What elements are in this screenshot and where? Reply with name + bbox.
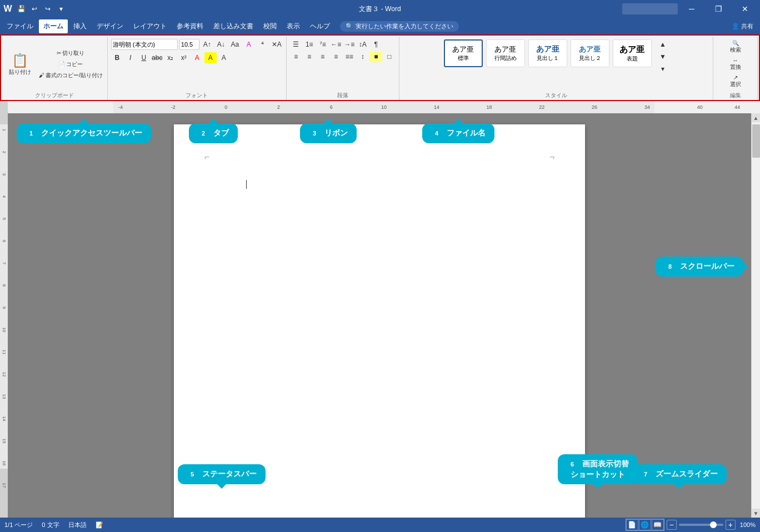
copy-button[interactable]: 📄 コピー xyxy=(37,59,105,69)
style-heading2[interactable]: あア亜 見出し２ xyxy=(571,39,609,67)
zoom-in-button[interactable]: + xyxy=(726,520,736,530)
format-paint-button[interactable]: 🖌 書式のコピー/貼り付け xyxy=(37,71,105,81)
style-title[interactable]: あア亜 表題 xyxy=(613,39,652,67)
qat-redo-button[interactable]: ↪ xyxy=(42,3,53,14)
scroll-down-button[interactable]: ▼ xyxy=(752,509,761,518)
strikethrough-button[interactable]: abc xyxy=(151,52,163,63)
bold-button[interactable]: B xyxy=(111,52,123,63)
cut-button[interactable]: ✂ 切り取り xyxy=(37,48,105,58)
menu-help[interactable]: ヘルプ xyxy=(306,19,334,33)
document-body[interactable] xyxy=(218,169,541,518)
clear-format-button[interactable]: ✕A xyxy=(271,39,283,50)
font-case-button[interactable]: Aa xyxy=(229,39,241,50)
share-button[interactable]: 👤 共有 xyxy=(727,20,758,33)
column-button[interactable]: ≡≡ xyxy=(343,51,356,62)
print-layout-button[interactable]: 📄 xyxy=(626,519,638,530)
svg-text:12: 12 xyxy=(2,372,7,377)
style-standard[interactable]: あア亜 標準 xyxy=(444,39,483,67)
style-title-label: 表題 xyxy=(627,55,638,63)
paste-button[interactable]: 📋 貼り付け xyxy=(4,51,36,78)
replace-icon: ↔ xyxy=(733,57,738,63)
font-color-button2[interactable]: A xyxy=(218,52,230,63)
menu-view[interactable]: 表示 xyxy=(282,19,304,33)
title-bar-controls: ─ ❐ ✕ xyxy=(622,0,760,18)
bullet-list-button[interactable]: ☰ xyxy=(290,39,302,50)
menu-design[interactable]: デザイン xyxy=(92,19,128,33)
highlight-button[interactable]: A xyxy=(204,52,217,63)
show-formatting-button[interactable]: ¶ xyxy=(370,39,382,50)
svg-text:15: 15 xyxy=(2,439,7,444)
scroll-up-button[interactable]: ▲ xyxy=(752,113,761,122)
search-button[interactable]: 🔍 検索 xyxy=(728,39,743,55)
horizontal-ruler[interactable]: -4 -2 0 2 6 10 14 18 22 26 34 40 44 xyxy=(8,101,760,113)
document-scroll-area[interactable]: ⌐ ¬ xyxy=(8,113,751,518)
align-left-button[interactable]: ≡ xyxy=(290,51,302,62)
border-button[interactable]: □ xyxy=(383,51,396,62)
menu-insert[interactable]: 挿入 xyxy=(69,19,91,33)
close-button[interactable]: ✕ xyxy=(732,0,758,18)
menu-mailings[interactable]: 差し込み文書 xyxy=(209,19,258,33)
style-compact-preview: あア亜 xyxy=(494,44,516,54)
editing-group: 🔍 検索 ↔ 置換 ↗ 選択 編集 xyxy=(713,37,758,101)
zoom-thumb[interactable] xyxy=(710,521,717,528)
line-spacing-button[interactable]: ↕ xyxy=(357,51,369,62)
web-layout-button[interactable]: 🌐 xyxy=(639,519,651,530)
qat-save-button[interactable]: 💾 xyxy=(16,3,27,14)
zoom-track[interactable] xyxy=(679,524,723,526)
qat-undo-button[interactable]: ↩ xyxy=(29,3,40,14)
style-heading2-preview: あア亜 xyxy=(579,44,601,54)
restore-button[interactable]: ❐ xyxy=(706,0,731,18)
svg-text:18: 18 xyxy=(487,104,492,110)
svg-text:1: 1 xyxy=(2,129,7,132)
font-controls: A↑ A↓ Aa A ⁴ ✕A xyxy=(111,39,283,50)
select-button[interactable]: ↗ 選択 xyxy=(728,73,743,89)
svg-text:7: 7 xyxy=(2,262,7,265)
qat-dropdown-button[interactable]: ▾ xyxy=(56,3,67,14)
clipboard-group-content: 📋 貼り付け ✂ 切り取り 📄 コピー xyxy=(4,38,105,91)
v-ruler-placeholder xyxy=(0,101,8,113)
shading-button[interactable]: ■ xyxy=(370,51,382,62)
style-expand-button[interactable]: ▾ xyxy=(657,63,669,74)
align-center-button[interactable]: ≡ xyxy=(303,51,316,62)
menu-home[interactable]: ホーム xyxy=(39,19,68,33)
style-scroll-down-button[interactable]: ▼ xyxy=(657,51,669,62)
menu-file[interactable]: ファイル xyxy=(2,19,38,33)
underline-button[interactable]: U xyxy=(138,52,150,63)
vertical-ruler[interactable]: 1 2 3 4 5 6 7 8 9 10 11 12 13 14 15 16 1 xyxy=(0,113,8,518)
style-compact[interactable]: あア亜 行間詰め xyxy=(486,39,525,67)
font-shrink-button[interactable]: A↓ xyxy=(215,39,227,50)
search-icon: 🔍 xyxy=(346,23,353,30)
font-grow-button[interactable]: A↑ xyxy=(201,39,213,50)
text-color-button[interactable]: A xyxy=(191,52,203,63)
font-color-highlight-button[interactable]: A xyxy=(243,39,255,50)
menu-references[interactable]: 参考資料 xyxy=(172,19,208,33)
minimize-button[interactable]: ─ xyxy=(679,0,704,18)
svg-text:-2: -2 xyxy=(171,104,176,110)
subscript-button[interactable]: x₂ xyxy=(164,52,177,63)
replace-button[interactable]: ↔ 置換 xyxy=(728,56,743,72)
language: 日本語 xyxy=(68,521,87,529)
font-name-input[interactable] xyxy=(111,39,178,50)
callout-7-num: 7 xyxy=(640,469,651,480)
search-box[interactable]: 🔍 実行したい作業を入力してください xyxy=(340,21,459,32)
multilevel-list-button[interactable]: ⁷≡ xyxy=(317,39,329,50)
menu-layout[interactable]: レイアウト xyxy=(129,19,171,33)
read-mode-button[interactable]: 📖 xyxy=(652,519,664,530)
menu-review[interactable]: 校閲 xyxy=(259,19,281,33)
sort-button[interactable]: ↕A xyxy=(357,39,369,50)
italic-button[interactable]: I xyxy=(124,52,137,63)
style-heading1[interactable]: あア亜 見出し１ xyxy=(528,39,567,67)
font-size-input[interactable] xyxy=(179,39,199,50)
document-page[interactable]: ⌐ ¬ xyxy=(174,124,585,518)
vertical-scrollbar[interactable]: ▲ ▼ xyxy=(751,113,760,518)
superscript-button[interactable]: x² xyxy=(178,52,190,63)
decrease-indent-button[interactable]: ←≡ xyxy=(330,39,342,50)
align-right-button[interactable]: ≡ xyxy=(317,51,329,62)
justify-button[interactable]: ≡ xyxy=(330,51,342,62)
increase-indent-button[interactable]: →≡ xyxy=(343,39,356,50)
scroll-thumb[interactable] xyxy=(752,124,760,158)
style-scroll-up-button[interactable]: ▲ xyxy=(657,39,669,50)
zoom-out-button[interactable]: − xyxy=(667,520,677,530)
numbered-list-button[interactable]: 1≡ xyxy=(303,39,316,50)
font-size-icon-button[interactable]: ⁴ xyxy=(257,39,269,50)
